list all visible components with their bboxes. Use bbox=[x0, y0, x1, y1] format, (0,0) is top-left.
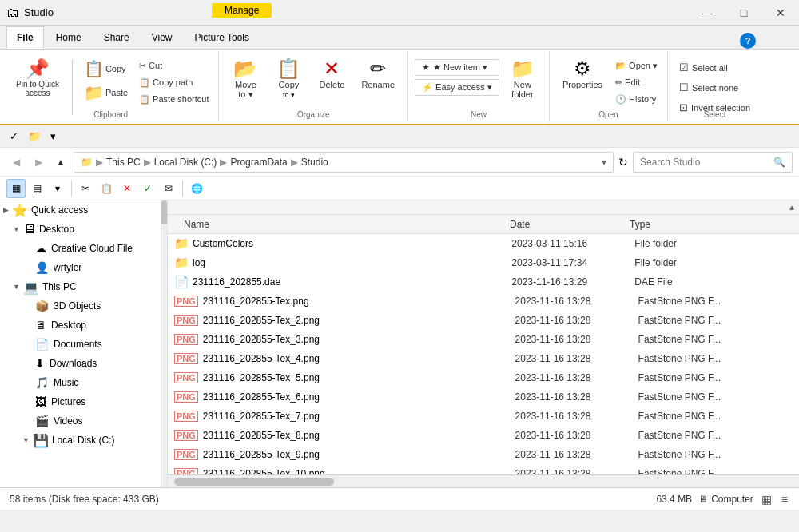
address-dropdown[interactable]: ▾ bbox=[602, 157, 606, 168]
table-row[interactable]: PNG 231116_202855-Tex_3.png 2023-11-16 1… bbox=[168, 330, 799, 349]
table-row[interactable]: PNG 231116_202855-Tex_10.png 2023-11-16 … bbox=[168, 464, 799, 474]
view-details-icon[interactable]: ▦ bbox=[760, 491, 773, 507]
search-input[interactable] bbox=[640, 157, 770, 168]
minimize-button[interactable]: — bbox=[689, 0, 725, 26]
table-row[interactable]: PNG 231116_202855-Tex_4.png 2023-11-16 1… bbox=[168, 349, 799, 368]
view-list-button[interactable]: ▤ bbox=[27, 179, 46, 198]
table-row[interactable]: PNG 231116_202855-Tex_8.png 2023-11-16 1… bbox=[168, 426, 799, 445]
tab-home[interactable]: Home bbox=[46, 26, 92, 49]
edit-button[interactable]: ✏ Edit bbox=[612, 76, 661, 89]
view-dropdown-button[interactable]: ▾ bbox=[48, 179, 67, 198]
properties-button[interactable]: ⚙ Properties bbox=[556, 56, 609, 93]
rename-button[interactable]: ✏ Rename bbox=[355, 56, 401, 93]
view-list-icon[interactable]: ≡ bbox=[780, 491, 789, 507]
select-all-button[interactable]: ☑ Select all bbox=[674, 59, 755, 76]
toolbar-cut[interactable]: ✂ bbox=[76, 179, 95, 198]
col-header-name[interactable]: Name bbox=[181, 215, 507, 234]
copy-to-button[interactable]: 📋 Copy to ▾ bbox=[268, 56, 308, 102]
sidebar-item-3d-objects[interactable]: 📦 3D Objects bbox=[0, 296, 161, 316]
toolbar-delete[interactable]: ✕ bbox=[117, 179, 137, 198]
sidebar-item-local-disk[interactable]: ▼ 💾 Local Disk (C:) bbox=[0, 431, 161, 450]
copy-to-arrow: to ▾ bbox=[283, 91, 295, 99]
sidebar-item-pictures[interactable]: 🖼 Pictures bbox=[0, 392, 161, 411]
paste-shortcut-button[interactable]: 📋 Paste shortcut bbox=[136, 93, 212, 106]
delete-button[interactable]: ✕ Delete bbox=[312, 56, 352, 93]
back-button[interactable]: ◀ bbox=[6, 153, 26, 172]
table-row[interactable]: 📁 log 2023-03-11 17:34 File folder bbox=[168, 253, 799, 272]
sidebar-item-quick-access[interactable]: ▶ ⭐ Quick access bbox=[0, 200, 161, 220]
manage-tab[interactable]: Manage bbox=[212, 3, 272, 18]
col-type-label: Type bbox=[630, 219, 650, 230]
sidebar-item-documents[interactable]: 📄 Documents bbox=[0, 335, 161, 354]
table-row[interactable]: PNG 231116_202855-Tex.png 2023-11-16 13:… bbox=[168, 292, 799, 311]
crumb-program-data[interactable]: ProgramData bbox=[230, 157, 287, 168]
maximize-button[interactable]: □ bbox=[725, 0, 762, 26]
ribbon-group-select: ☑ Select all ☐ Select none ⊡ Invert sele… bbox=[668, 51, 761, 122]
tab-view[interactable]: View bbox=[141, 26, 183, 49]
qa-folder[interactable]: 📁 bbox=[25, 129, 44, 144]
col-header-type[interactable]: Type bbox=[626, 215, 793, 234]
sidebar-item-desktop2[interactable]: 🖥 Desktop bbox=[0, 316, 161, 335]
sidebar-scrollbar-thumb[interactable] bbox=[161, 200, 167, 224]
pin-to-quick-access-button[interactable]: 📌 Pin to Quickaccess bbox=[10, 56, 66, 101]
sidebar-item-creative-cloud[interactable]: ☁ Creative Cloud File bbox=[0, 239, 161, 258]
view-details-button[interactable]: ▦ bbox=[6, 179, 26, 198]
new-folder-label: Newfolder bbox=[511, 80, 534, 99]
ribbon-group-open: ⚙ Properties 📂 Open ▾ ✏ Edit 🕐 History O… bbox=[550, 51, 668, 122]
select-none-button[interactable]: ☐ Select none bbox=[674, 79, 755, 96]
qa-checkmark[interactable]: ✓ bbox=[6, 129, 22, 144]
open-button[interactable]: 📂 Open ▾ bbox=[612, 59, 661, 73]
table-row[interactable]: 📄 231116_202855.dae 2023-11-16 13:29 DAE… bbox=[168, 272, 799, 292]
history-button[interactable]: 🕐 History bbox=[612, 93, 661, 106]
move-to-button[interactable]: 📂 Moveto ▾ bbox=[225, 56, 265, 103]
refresh-button[interactable]: ↻ bbox=[617, 154, 630, 170]
toolbar-check[interactable]: ✓ bbox=[138, 179, 157, 198]
sidebar-item-videos[interactable]: 🎬 Videos bbox=[0, 411, 161, 431]
help-button[interactable]: ? bbox=[740, 33, 756, 49]
easy-access-button[interactable]: ⚡ Easy access ▾ bbox=[415, 79, 499, 96]
toolbar-mail[interactable]: ✉ bbox=[159, 179, 178, 198]
col-header-date[interactable]: Date bbox=[507, 215, 626, 234]
quick-access-toolbar: ✓ 📁 ▾ bbox=[0, 125, 799, 148]
copy-path-button[interactable]: 📋 Copy path bbox=[136, 76, 212, 89]
png-icon: PNG bbox=[174, 411, 198, 422]
toolbar-globe[interactable]: 🌐 bbox=[187, 179, 206, 198]
pictures-label: Pictures bbox=[51, 396, 85, 407]
this-pc-icon: 💻 bbox=[23, 280, 39, 295]
divider bbox=[72, 59, 73, 115]
copy-button[interactable]: 📋 Copy bbox=[79, 58, 133, 80]
sidebar-item-desktop[interactable]: ▼ 🖥 Desktop bbox=[0, 220, 161, 239]
table-row[interactable]: PNG 231116_202855-Tex_7.png 2023-11-16 1… bbox=[168, 407, 799, 426]
table-row[interactable]: PNG 231116_202855-Tex_9.png 2023-11-16 1… bbox=[168, 445, 799, 464]
delete-label: Delete bbox=[320, 80, 345, 89]
table-row[interactable]: 📁 CustomColors 2023-03-11 15:16 File fol… bbox=[168, 234, 799, 253]
sidebar-item-music[interactable]: 🎵 Music bbox=[0, 373, 161, 392]
new-folder-button[interactable]: 📁 Newfolder bbox=[503, 56, 543, 102]
search-bar[interactable]: 🔍 bbox=[633, 152, 793, 173]
h-scroll-area[interactable] bbox=[168, 474, 799, 487]
toolbar-copy[interactable]: 📋 bbox=[97, 179, 116, 198]
h-scrollbar-thumb[interactable] bbox=[174, 478, 334, 486]
tab-share[interactable]: Share bbox=[93, 26, 140, 49]
cut-button[interactable]: ✂ Cut bbox=[136, 59, 212, 73]
sidebar-item-this-pc[interactable]: ▼ 💻 This PC bbox=[0, 277, 161, 296]
crumb-this-pc[interactable]: This PC bbox=[106, 157, 141, 168]
tab-file[interactable]: File bbox=[6, 26, 44, 49]
sidebar-item-downloads[interactable]: ⬇ Downloads bbox=[0, 354, 161, 373]
table-row[interactable]: PNG 231116_202855-Tex_2.png 2023-11-16 1… bbox=[168, 311, 799, 330]
table-row[interactable]: PNG 231116_202855-Tex_6.png 2023-11-16 1… bbox=[168, 387, 799, 407]
new-folder-icon: 📁 bbox=[511, 59, 535, 78]
sidebar-item-wrtyler[interactable]: 👤 wrtyler bbox=[0, 258, 161, 277]
qa-dropdown[interactable]: ▾ bbox=[47, 129, 59, 144]
tab-picture-tools[interactable]: Picture Tools bbox=[185, 26, 260, 49]
forward-button[interactable]: ▶ bbox=[29, 153, 48, 172]
paste-button[interactable]: 📁 Paste bbox=[79, 81, 133, 104]
crumb-studio[interactable]: Studio bbox=[301, 157, 328, 168]
close-button[interactable]: ✕ bbox=[762, 0, 799, 26]
new-item-button[interactable]: ★ ★ New item ▾ bbox=[415, 59, 499, 76]
copy-to-label: Copy bbox=[279, 80, 300, 89]
up-button[interactable]: ▲ bbox=[51, 153, 70, 172]
table-row[interactable]: PNG 231116_202855-Tex_5.png 2023-11-16 1… bbox=[168, 368, 799, 387]
crumb-local-disk[interactable]: Local Disk (C:) bbox=[154, 157, 217, 168]
address-bar[interactable]: 📁 ▶ This PC ▶ Local Disk (C:) ▶ ProgramD… bbox=[74, 152, 614, 173]
